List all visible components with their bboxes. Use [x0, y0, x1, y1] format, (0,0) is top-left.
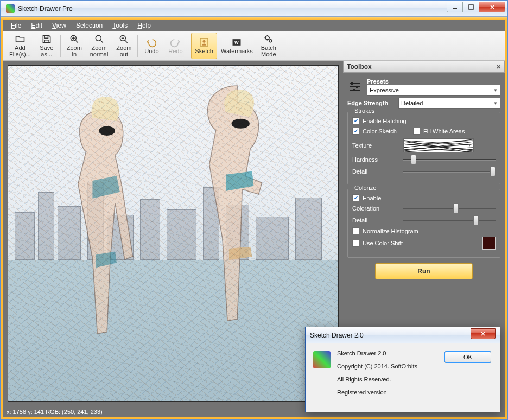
coloration-label: Coloration: [352, 205, 399, 212]
hatching-overlay: [8, 66, 338, 401]
redo-button[interactable]: Redo: [163, 33, 187, 59]
run-button[interactable]: Run: [375, 263, 473, 279]
menu-edit[interactable]: Edit: [27, 21, 47, 30]
svg-point-10: [269, 40, 272, 42]
menubar: FFileile Edit View Selection Tools Help: [3, 20, 505, 31]
strokes-legend: Strokes: [352, 107, 377, 114]
zoom-in-button[interactable]: Zoom in: [62, 33, 86, 59]
colorize-detail-slider[interactable]: [403, 215, 496, 225]
zoom-normal-icon: [94, 34, 105, 44]
dialog-title: Sketch Drawer 2.0: [310, 332, 364, 339]
color-sketch-checkbox[interactable]: ✔Color Sketch: [352, 128, 397, 135]
color-shift-swatch[interactable]: [482, 237, 496, 250]
minimize-button[interactable]: [447, 2, 463, 12]
strokes-detail-label: Detail: [352, 168, 399, 175]
edge-strength-select[interactable]: Detailed: [398, 98, 500, 109]
redo-icon: [170, 37, 181, 48]
save-as-button[interactable]: Save as...: [35, 33, 59, 59]
menu-file[interactable]: FFileile: [7, 21, 26, 30]
presets-select[interactable]: Expressive: [367, 85, 500, 96]
floppy-icon: [41, 34, 52, 44]
titlebar[interactable]: Sketch Drawer Pro: [1, 1, 507, 17]
normalize-histogram-checkbox[interactable]: Normalize Histogram: [352, 227, 496, 234]
svg-point-3: [96, 36, 101, 41]
strokes-detail-slider[interactable]: [403, 167, 496, 176]
close-button[interactable]: [479, 2, 505, 12]
watermarks-button[interactable]: WWatermarks: [217, 33, 257, 59]
menu-tools[interactable]: Tools: [108, 21, 132, 30]
zoom-out-icon: [118, 34, 129, 44]
enable-hatching-checkbox[interactable]: ✔Enable Hatching: [352, 117, 496, 124]
window-buttons: [447, 2, 505, 12]
menu-selection[interactable]: Selection: [72, 21, 107, 30]
edge-strength-label: Edge Strength: [347, 100, 394, 106]
batch-mode-button[interactable]: Batch Mode: [257, 33, 281, 59]
zoom-in-icon: [69, 34, 80, 44]
colorize-detail-label: Detail: [352, 217, 399, 224]
canvas-container: [3, 61, 343, 406]
colorize-legend: Colorize: [352, 184, 378, 191]
menu-help[interactable]: Help: [133, 21, 155, 30]
toolbar: Add File(s)... Save as... Zoom in Zoom n…: [3, 31, 505, 61]
maximize-button[interactable]: [463, 2, 479, 12]
texture-select[interactable]: [403, 138, 474, 152]
svg-rect-14: [356, 86, 358, 88]
add-files-button[interactable]: Add File(s)...: [5, 33, 35, 59]
app-window: Sketch Drawer Pro FFileile Edit View Sel…: [0, 0, 508, 420]
dialog-app-icon: [313, 351, 331, 368]
undo-icon: [146, 37, 157, 48]
about-dialog: Sketch Drawer 2.0 Sketch Drawer 2.0 Copy…: [305, 327, 500, 412]
dialog-close-button[interactable]: [471, 328, 496, 339]
toolbox-titlebar[interactable]: Toolbox ✕: [343, 61, 505, 73]
toolbox-title: Toolbox: [347, 63, 372, 71]
dialog-text: Sketch Drawer 2.0 Copyright (C) 2014. So…: [337, 350, 417, 402]
sketch-button[interactable]: Sketch: [191, 33, 217, 59]
svg-point-9: [265, 36, 269, 40]
presets-label: Presets: [367, 78, 414, 85]
colorize-group: Colorize ✔Enable Coloration Detail Norma…: [347, 189, 500, 258]
gears-icon: [263, 34, 274, 44]
texture-label: Texture: [352, 142, 399, 149]
zoom-normal-button[interactable]: Zoom normal: [86, 33, 112, 59]
toolbox-close-icon[interactable]: ✕: [496, 63, 501, 71]
dialog-ok-button[interactable]: OK: [444, 351, 491, 363]
presets-icon: [347, 80, 363, 93]
watermark-icon: W: [231, 37, 242, 48]
folder-open-icon: [15, 34, 26, 44]
svg-text:W: W: [235, 40, 239, 46]
svg-rect-15: [353, 89, 355, 91]
use-color-shift-checkbox[interactable]: Use Color Shift: [352, 240, 478, 247]
hardness-slider[interactable]: [403, 155, 496, 164]
svg-rect-0: [453, 8, 457, 9]
app-icon: [6, 4, 15, 13]
svg-rect-13: [351, 82, 353, 85]
colorize-enable-checkbox[interactable]: ✔Enable: [352, 194, 496, 201]
coloration-slider[interactable]: [403, 203, 496, 213]
hardness-label: Hardness: [352, 156, 399, 163]
fill-white-checkbox[interactable]: Fill White Areas: [413, 128, 465, 135]
menu-view[interactable]: View: [48, 21, 71, 30]
canvas[interactable]: [8, 65, 339, 402]
dialog-titlebar[interactable]: Sketch Drawer 2.0: [306, 327, 500, 343]
svg-rect-1: [469, 5, 473, 9]
zoom-out-button[interactable]: Zoom out: [112, 33, 136, 59]
sketch-portrait-icon: [199, 37, 209, 48]
window-title: Sketch Drawer Pro: [18, 5, 447, 12]
undo-button[interactable]: Undo: [139, 33, 163, 59]
status-text: x: 1758 y: 141 RGB: (250, 241, 233): [7, 409, 103, 415]
svg-point-6: [203, 40, 206, 43]
strokes-group: Strokes ✔Enable Hatching ✔Color Sketch F…: [347, 112, 500, 184]
